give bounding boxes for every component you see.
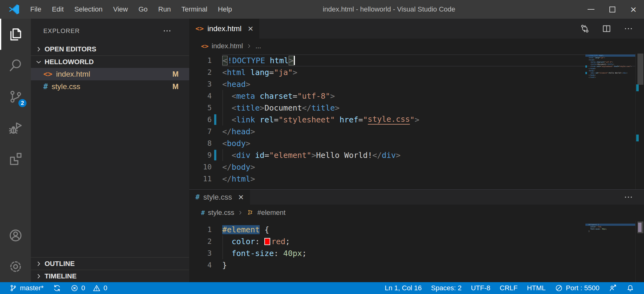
menu-go[interactable]: Go: [133, 0, 153, 19]
code-line-content: <title>Document</title>: [222, 102, 635, 114]
file-row-style.css[interactable]: #style.cssM: [31, 80, 189, 93]
code-token: [265, 56, 270, 65]
code-line: 1<!DOCTYPE html>: [189, 55, 635, 66]
status-live-server-port[interactable]: Port : 5500: [550, 282, 604, 294]
explorer-more-actions-button[interactable]: [162, 26, 172, 36]
activity-bar: 2: [0, 19, 31, 282]
line-number: 8: [189, 139, 212, 147]
status-sync[interactable]: [48, 282, 66, 294]
activity-explorer[interactable]: [0, 19, 31, 50]
code-token: font-size: [232, 249, 274, 258]
menu-view[interactable]: View: [108, 0, 133, 19]
activity-extensions[interactable]: [0, 143, 31, 174]
more-icon: [623, 192, 633, 202]
status-problems[interactable]: 00: [66, 282, 112, 294]
section-outline[interactable]: OUTLINE: [31, 257, 189, 270]
minimize-button[interactable]: [580, 0, 602, 19]
run-and-debug-icon: [8, 120, 23, 135]
breadcrumb[interactable]: #style.css#element: [189, 205, 644, 221]
color-swatch-red[interactable]: [264, 238, 270, 245]
file-name: index.html: [56, 70, 90, 78]
overview-ruler-modified-mark: [636, 84, 639, 91]
activity-search[interactable]: [0, 50, 31, 81]
activity-settings[interactable]: [0, 251, 31, 282]
tab-style.css[interactable]: #style.css×: [189, 190, 250, 205]
line-number: 5: [189, 104, 212, 112]
open-changes-button[interactable]: [580, 24, 590, 34]
breadcrumb-item[interactable]: index.html: [212, 42, 243, 50]
scrollbar-thumb[interactable]: [637, 54, 643, 85]
minimap-token: div: [623, 72, 627, 74]
code-line: 5<title>Document</title>: [189, 102, 635, 114]
status-encoding[interactable]: UTF-8: [466, 282, 495, 294]
gutter: [212, 78, 222, 90]
section-open-editors[interactable]: OPEN EDITORS: [31, 43, 189, 55]
tab-close-button[interactable]: ×: [238, 192, 244, 202]
warning-icon: [93, 284, 101, 292]
menu-edit[interactable]: Edit: [46, 0, 69, 19]
sidebar-header: EXPLORER: [31, 19, 189, 43]
minimap-token: font-size: [590, 228, 600, 230]
editor-more-actions-button[interactable]: [623, 24, 633, 34]
code-editor[interactable]: 1<!DOCTYPE html>2<html lang="ja">3<head>…: [189, 55, 635, 185]
tab-close-button[interactable]: ×: [248, 24, 253, 33]
breadcrumb[interactable]: <>index.html...: [189, 39, 644, 54]
editor-more-actions-button[interactable]: [623, 192, 633, 202]
minimize-icon: [588, 9, 594, 10]
menu-run[interactable]: Run: [153, 0, 176, 19]
status-label: HTML: [527, 284, 545, 292]
activity-source-control[interactable]: 2: [0, 81, 31, 112]
code-line: 11</html>: [189, 173, 635, 185]
code-token: [255, 92, 260, 101]
breadcrumb-item[interactable]: ...: [255, 42, 261, 50]
minimap-token: >: [627, 72, 627, 74]
code-line-content: font-size: 40px;: [222, 247, 635, 259]
section-timeline[interactable]: TIMELINE: [31, 270, 189, 282]
close-button[interactable]: ×: [623, 0, 644, 19]
breadcrumb-item[interactable]: #element: [257, 209, 286, 217]
status-git-branch[interactable]: master*: [4, 282, 48, 294]
code-token: [255, 115, 260, 124]
section-label: OUTLINE: [45, 260, 75, 268]
minimap-token: ;: [601, 226, 602, 228]
activity-account[interactable]: [0, 220, 31, 251]
status-indentation[interactable]: Spaces: 2: [426, 282, 466, 294]
code-token: Hello World!: [316, 151, 372, 160]
activity-run-and-debug[interactable]: [0, 112, 31, 143]
minimap[interactable]: <!DOCTYPE html><html lang="ja"><head><me…: [585, 55, 635, 78]
status-feedback[interactable]: [604, 282, 622, 294]
scrollbar[interactable]: [635, 221, 644, 282]
minimap-modified-marker: [585, 72, 587, 74]
code-token: </: [222, 163, 232, 172]
code-token: html: [227, 68, 246, 77]
breadcrumb-item[interactable]: style.css: [208, 209, 234, 217]
modified-line-marker: [214, 114, 216, 125]
section-folder-helloworld[interactable]: HELLOWORLD: [31, 55, 189, 68]
menu-selection[interactable]: Selection: [69, 0, 108, 19]
code-token: [260, 237, 264, 246]
minimap-token: </: [589, 68, 591, 69]
code-token: href: [339, 115, 358, 124]
minimap[interactable]: #element {color: red;font-size: 40px;}: [585, 224, 635, 232]
minimap-token: rel: [597, 65, 600, 67]
menu-terminal[interactable]: Terminal: [176, 0, 213, 19]
chevron-right-icon: [35, 260, 43, 268]
split-editor-button[interactable]: [602, 24, 612, 34]
code-token: =: [274, 115, 279, 124]
scrollbar[interactable]: [635, 54, 644, 189]
code-editor[interactable]: 1#element {2color: red;3font-size: 40px;…: [189, 224, 635, 271]
status-language-mode[interactable]: HTML: [522, 282, 550, 294]
file-row-index.html[interactable]: <>index.htmlM: [31, 68, 189, 80]
code-token: >: [415, 115, 419, 124]
maximize-button[interactable]: [602, 0, 623, 19]
code-token: "element": [269, 151, 311, 160]
sidebar-title: EXPLORER: [43, 27, 80, 35]
gutter: [212, 173, 222, 185]
minimap-token: html: [589, 57, 594, 59]
status-notifications[interactable]: [622, 282, 639, 294]
gutter: [212, 55, 222, 66]
menu-file[interactable]: File: [25, 0, 46, 19]
status-eol[interactable]: CRLF: [495, 282, 522, 294]
status-cursor-position[interactable]: Ln 1, Col 16: [380, 282, 426, 294]
tab-index.html[interactable]: <>index.html×: [189, 19, 259, 39]
